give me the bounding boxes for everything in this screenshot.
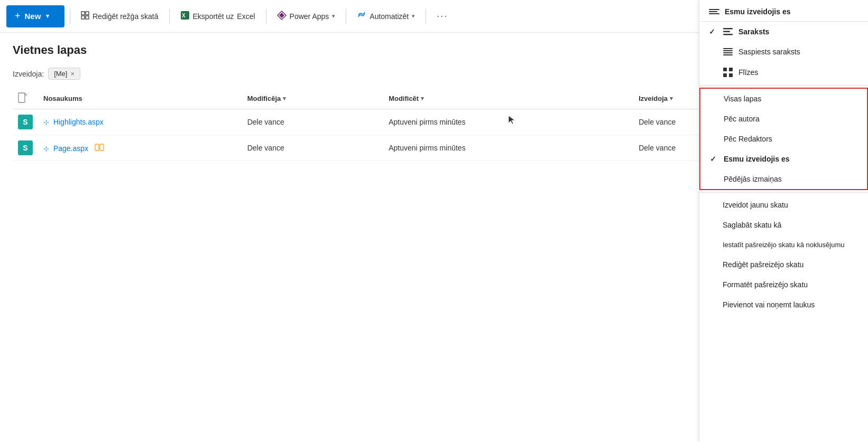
- power-apps-chevron: ▾: [332, 13, 335, 20]
- dropdown-section-filters: Visas lapas Pēc autora Pēc Redaktors ✓ E…: [699, 88, 868, 190]
- compact-view-icon: [723, 48, 733, 55]
- svg-rect-3: [86, 16, 89, 19]
- tiles-view-icon: [723, 68, 733, 77]
- sort-icon-created-by: ▾: [670, 95, 673, 102]
- dropdown-item-izveidot-label: Izveidot jaunu skatu: [723, 201, 788, 209]
- row1-modified-value: Aptuveni pirms minūtes: [389, 118, 466, 126]
- row1-name-cell: ⊹ Highlights.aspx: [38, 109, 242, 135]
- dropdown-item-flizes[interactable]: Flīzes: [699, 62, 868, 83]
- dropdown-item-saglabt-label: Saglabāt skatu kā: [723, 221, 781, 229]
- dropdown-item-pedejais[interactable]: Pēdējās izmaiņas: [700, 169, 867, 189]
- row2-created-by-value: Dele vance: [639, 144, 676, 152]
- row2-file-link[interactable]: Page.aspx: [53, 144, 88, 153]
- row2-modified: Aptuveni pirms minūtes: [383, 135, 633, 161]
- dropdown-item-esmu-izveidojis[interactable]: ✓ Esmu izveidojis es: [700, 149, 867, 169]
- filter-label: Izveidoja:: [13, 70, 44, 78]
- check-icon-esmu: ✓: [710, 155, 718, 163]
- dropdown-item-saraksts[interactable]: ✓ Saraksts: [699, 22, 868, 42]
- col-modified-sort[interactable]: Modificēt ▾: [389, 95, 424, 102]
- svg-rect-12: [95, 144, 99, 151]
- svg-rect-18: [723, 50, 733, 51]
- row1-modified-by-value: Dele vance: [247, 118, 284, 126]
- separator-2: [699, 192, 868, 193]
- svg-rect-23: [723, 73, 727, 77]
- row1-file-link[interactable]: Highlights.aspx: [53, 118, 104, 126]
- edit-grid-label: Rediģēt režģa skatā: [93, 12, 159, 21]
- dropdown-item-pec-redaktors[interactable]: Pēc Redaktors: [700, 129, 867, 149]
- col-modified[interactable]: Modificēt ▾: [383, 88, 633, 109]
- svg-rect-15: [723, 31, 730, 33]
- dropdown-item-izveidot-skatu[interactable]: Izveidot jaunu skatu: [699, 195, 868, 215]
- plus-icon: +: [15, 11, 21, 22]
- excel-icon: X: [180, 11, 190, 22]
- automate-chevron: ▾: [412, 13, 415, 20]
- svg-rect-24: [729, 73, 733, 77]
- svg-rect-19: [723, 52, 733, 53]
- col-created-by-sort[interactable]: Izveidoja ▾: [639, 95, 673, 102]
- row1-icon-cell: S: [13, 109, 38, 135]
- dropdown-item-esmu-izveidojis-label: Esmu izveidojis es: [724, 155, 790, 163]
- row1-created-by-value: Dele vance: [639, 118, 676, 126]
- col-created-by-label: Izveidoja: [639, 95, 668, 102]
- row2-modified-by: Dele vance: [242, 135, 383, 161]
- new-chevron-icon: ▾: [46, 13, 49, 20]
- dropdown-item-pec-redaktors-label: Pēc Redaktors: [724, 135, 772, 143]
- row1-modified-by: Dele vance: [242, 109, 383, 135]
- divider-3: [266, 9, 266, 24]
- new-button[interactable]: + New ▾: [6, 5, 64, 27]
- dropdown-header-label: Esmu izveidojis es: [725, 7, 791, 16]
- dropdown-item-saraksts-label: Saraksts: [738, 27, 769, 36]
- row2-pin-icon: ⊹: [43, 145, 49, 153]
- power-apps-icon: [277, 11, 287, 22]
- row2-modified-value: Aptuveni pirms minūtes: [389, 144, 466, 152]
- more-options-label: ···: [437, 11, 448, 22]
- row2-file-icon: S: [18, 140, 33, 155]
- export-excel-button[interactable]: X Eksportēt uz Excel: [175, 7, 261, 25]
- new-label: New: [25, 12, 41, 21]
- dropdown-item-pievienot-label: Pievienot vai noņemt laukus: [723, 300, 815, 309]
- automate-label: Automatizēt: [370, 12, 409, 21]
- dropdown-item-rediget-skatu[interactable]: Rediģēt pašreizējo skatu: [699, 255, 868, 275]
- col-name-label: Nosaukums: [43, 95, 82, 102]
- svg-rect-13: [100, 144, 104, 151]
- svg-text:X: X: [182, 13, 186, 18]
- grid-icon: [81, 11, 89, 22]
- dropdown-item-saspiests[interactable]: Saspiests saraksts: [699, 42, 868, 62]
- edit-grid-button[interactable]: Rediģēt režģa skatā: [76, 8, 164, 25]
- svg-rect-1: [86, 12, 89, 15]
- filter-tag-text: [Me]: [54, 70, 67, 78]
- power-apps-button[interactable]: Power Apps ▾: [272, 7, 341, 25]
- row2-modified-by-value: Dele vance: [247, 144, 284, 152]
- dropdown-section-actions: Izveidot jaunu skatu Saglabāt skatu kā I…: [699, 195, 868, 315]
- row2-name-cell: ⊹ Page.aspx: [38, 135, 242, 161]
- row1-pin-icon: ⊹: [43, 118, 49, 126]
- dropdown-item-pedejais-label: Pēdējās izmaiņas: [724, 175, 782, 183]
- automate-button[interactable]: Automatizēt ▾: [352, 7, 420, 25]
- dropdown-item-iestatit[interactable]: Iestatīt pašreizējo skatu kā noklusējumu: [699, 235, 868, 255]
- dropdown-item-saglabt-skatu[interactable]: Saglabāt skatu kā: [699, 215, 868, 235]
- col-name: Nosaukums: [38, 88, 242, 109]
- more-options-button[interactable]: ···: [431, 7, 453, 25]
- divider-4: [346, 9, 346, 24]
- sort-icon-modified-by: ▾: [283, 95, 286, 102]
- svg-rect-20: [723, 54, 733, 55]
- dropdown-item-formateet[interactable]: Formatēt pašreizējo skatu: [699, 275, 868, 295]
- export-label: Eksportēt uz: [193, 12, 234, 21]
- svg-rect-16: [723, 34, 733, 35]
- dropdown-item-pec-autora[interactable]: Pēc autora: [700, 109, 867, 129]
- col-icon: [13, 88, 38, 109]
- dropdown-item-pievienot[interactable]: Pievienot vai noņemt laukus: [699, 295, 868, 315]
- dropdown-item-visas-lapas[interactable]: Visas lapas: [700, 89, 867, 109]
- dropdown-header[interactable]: Esmu izveidojis es: [699, 0, 868, 22]
- col-modified-by-sort[interactable]: Modificēja ▾: [247, 95, 287, 102]
- separator-1: [699, 85, 868, 86]
- list-view-icon: [723, 28, 733, 35]
- divider-5: [426, 9, 426, 24]
- power-apps-label: Power Apps: [290, 12, 329, 21]
- col-modified-by[interactable]: Modificēja ▾: [242, 88, 383, 109]
- svg-rect-22: [729, 68, 733, 71]
- dropdown-item-pec-autora-label: Pēc autora: [724, 115, 760, 123]
- filter-tag[interactable]: [Me] ×: [48, 68, 80, 80]
- filter-tag-close[interactable]: ×: [70, 70, 75, 78]
- svg-rect-14: [723, 28, 733, 30]
